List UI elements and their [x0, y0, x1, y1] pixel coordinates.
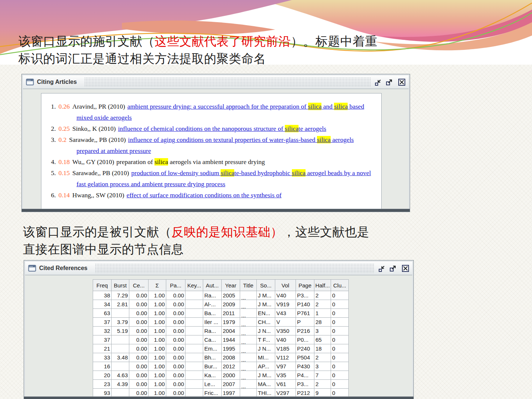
- table-cell: 34: [93, 300, 112, 309]
- column-header[interactable]: Title: [240, 280, 257, 291]
- table-cell: 16: [93, 362, 112, 371]
- table-cell: 0: [331, 327, 349, 335]
- table-cell: 1.00: [149, 335, 166, 344]
- table-row[interactable]: 342.810.001.000.00Al-...2009...J M...V91…: [93, 300, 349, 309]
- item-number: 6.: [51, 191, 56, 199]
- table-cell: 33: [93, 353, 112, 362]
- table-cell: V35: [275, 371, 296, 380]
- table-cell: [240, 389, 257, 398]
- maximize-button-icon[interactable]: [389, 265, 397, 272]
- table-cell: Iler ...: [203, 318, 222, 327]
- table-cell: ...: [240, 371, 257, 380]
- column-header[interactable]: Page: [296, 280, 314, 291]
- table-cell: 1.00: [149, 380, 166, 389]
- table-cell: 2: [314, 291, 331, 300]
- table-cell: 2.81: [112, 300, 129, 309]
- table-row[interactable]: 387.290.001.000.00Ra...2005...J M...V40P…: [93, 291, 349, 300]
- table-cell: [185, 335, 203, 344]
- table-row[interactable]: 630.001.000.00Ba...2011...EN...V43P76110: [93, 309, 349, 318]
- caption-text: 标识的词汇正是通过相关方法提取的聚类命名: [18, 52, 266, 65]
- item-number: 5.: [51, 169, 56, 177]
- table-row[interactable]: 325.190.001.000.00Ra...2004...J N...V350…: [93, 327, 349, 335]
- caption-text: 该窗口显示的施引文献（: [18, 34, 155, 48]
- column-header[interactable]: Clu...: [331, 280, 349, 291]
- table-row[interactable]: 333.480.001.000.00Bh...2008...MI...V112P…: [93, 353, 349, 362]
- table-cell: EN...: [257, 309, 275, 318]
- column-header[interactable]: Ce...: [129, 280, 149, 291]
- table-cell: J M...: [257, 300, 275, 309]
- article-title-link[interactable]: effect of surface modification condition…: [126, 191, 282, 199]
- table-row[interactable]: 373.790.001.000.00Iler ...1979...CH...VP…: [93, 318, 349, 327]
- article-author: Wu,, GY (2010): [72, 158, 114, 166]
- table-cell: 0: [331, 353, 349, 362]
- column-header[interactable]: Vol: [275, 280, 296, 291]
- table-cell: 2000: [222, 371, 240, 380]
- close-button-icon[interactable]: [398, 78, 406, 86]
- table-cell: 0.00: [166, 371, 185, 380]
- maximize-button-icon[interactable]: [385, 78, 393, 86]
- citing-article-item: 5.0.15Sarawade,, PB (2010)production of …: [51, 167, 378, 190]
- column-header[interactable]: Half...: [314, 280, 331, 291]
- table-cell: P3...: [296, 291, 314, 300]
- table-cell: [185, 389, 203, 398]
- caption-text: 该窗口显示的是被引文献（: [23, 225, 171, 239]
- article-author: Hwang,, SW (2010): [72, 191, 125, 199]
- table-cell: 1.00: [149, 300, 166, 309]
- close-button-icon[interactable]: [402, 265, 409, 272]
- table-cell: Ca...: [203, 335, 222, 344]
- table-row[interactable]: 370.001.000.00Ca...1944...T F...V40P0...…: [93, 335, 349, 344]
- table-cell: 2009: [222, 300, 240, 309]
- table-cell: Ka...: [203, 371, 222, 380]
- window-frame-icon: [26, 78, 34, 86]
- table-row[interactable]: 160.001.000.00Bur...2012...AP...V97P4303…: [93, 362, 349, 371]
- table-row[interactable]: 930.001.000.00Fric...1997THI...V297P2129…: [93, 389, 349, 398]
- table-cell: ...: [240, 318, 257, 327]
- column-header[interactable]: Freq: [93, 280, 112, 291]
- article-title-text: preparation of silica aerogels via ambie…: [116, 158, 265, 166]
- article-title-link[interactable]: influence of chemical conditions on the …: [118, 125, 326, 132]
- minimize-button-icon[interactable]: [374, 78, 382, 86]
- table-cell: Ba...: [203, 309, 222, 318]
- table-cell: Ra...: [203, 327, 222, 335]
- column-header[interactable]: Pa...: [166, 280, 185, 291]
- highlighted-cluster-term: silica: [221, 169, 234, 177]
- table-cell: 0: [331, 380, 349, 389]
- window-frame-icon: [28, 265, 36, 272]
- citing-window-titlebar: Citing Articles: [23, 75, 409, 89]
- column-header[interactable]: Aut...: [203, 280, 222, 291]
- table-cell: V61: [275, 380, 296, 389]
- table-cell: 2007: [222, 380, 240, 389]
- table-cell: [112, 389, 129, 398]
- table-cell: V97: [275, 362, 296, 371]
- column-header[interactable]: Burst: [112, 280, 129, 291]
- column-header[interactable]: Key...: [185, 280, 203, 291]
- minimize-button-icon[interactable]: [378, 265, 386, 272]
- column-header[interactable]: So...: [257, 280, 275, 291]
- table-cell: 4.63: [112, 371, 129, 380]
- table-cell: 2004: [222, 327, 240, 335]
- table-cell: 0: [331, 389, 349, 398]
- table-cell: 2: [314, 300, 331, 309]
- table-cell: 0.00: [166, 335, 185, 344]
- table-cell: 0: [331, 300, 349, 309]
- table-cell: J M...: [257, 291, 275, 300]
- table-cell: 1.00: [149, 371, 166, 380]
- citing-articles-list-panel: 1.0.26Aravind,, PR (2010)ambient pressur…: [41, 93, 382, 211]
- table-cell: [185, 318, 203, 327]
- table-row[interactable]: 204.630.001.000.00Ka...2000...J M...V35P…: [93, 371, 349, 380]
- table-cell: 1.00: [149, 362, 166, 371]
- table-cell: 1979: [222, 318, 240, 327]
- table-cell: 0.00: [129, 291, 149, 300]
- column-header[interactable]: Year: [222, 280, 240, 291]
- table-row[interactable]: 234.390.001.000.00Le...2007...MA...V61P3…: [93, 380, 349, 389]
- table-cell: 0.00: [129, 353, 149, 362]
- citing-articles-list: 1.0.26Aravind,, PR (2010)ambient pressur…: [51, 101, 378, 201]
- article-author: Aravind,, PR (2010): [72, 103, 125, 110]
- table-cell: [185, 300, 203, 309]
- table-row[interactable]: 210.001.000.00Em...1995...J N...V185P240…: [93, 344, 349, 353]
- table-cell: 0: [331, 371, 349, 380]
- table-cell: V185: [275, 344, 296, 353]
- column-header[interactable]: Σ: [149, 280, 166, 291]
- citing-article-item: 2.0.25Sinko,, K (2010)influence of chemi…: [51, 123, 378, 134]
- table-cell: 0.00: [129, 362, 149, 371]
